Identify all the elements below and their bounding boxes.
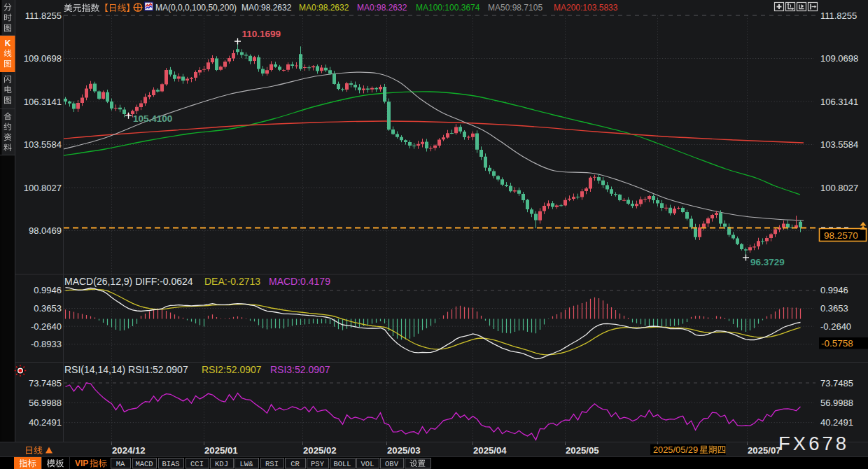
svg-text:0.3653: 0.3653 (820, 303, 848, 314)
svg-text:96.3729: 96.3729 (750, 257, 785, 267)
svg-text:PSY: PSY (311, 460, 325, 468)
svg-text:K: K (5, 38, 11, 48)
svg-text:109.0698: 109.0698 (820, 53, 858, 64)
svg-text:BOLL: BOLL (333, 460, 351, 468)
svg-text:DEA:-0.2713: DEA:-0.2713 (204, 276, 260, 287)
svg-text:BIAS: BIAS (162, 460, 179, 468)
svg-text:-0.5758: -0.5758 (821, 338, 853, 349)
svg-text:-0.8933: -0.8933 (31, 339, 62, 349)
svg-text:109.0698: 109.0698 (24, 53, 62, 64)
svg-text:2024/12: 2024/12 (112, 445, 146, 456)
svg-text:MA0:98.2632: MA0:98.2632 (357, 3, 407, 13)
svg-text:RSI: RSI (265, 460, 279, 468)
svg-text:MA100:100.3674: MA100:100.3674 (416, 3, 480, 13)
svg-text:MACD(26,12,9) DIFF:-0.0624: MACD(26,12,9) DIFF:-0.0624 (64, 276, 193, 287)
svg-text:MA50:98.7105: MA50:98.7105 (488, 3, 542, 13)
svg-text:98.2570: 98.2570 (824, 230, 858, 241)
svg-text:VIP: VIP (75, 458, 88, 468)
svg-text:2025/03: 2025/03 (387, 445, 421, 456)
svg-text:0.3653: 0.3653 (34, 303, 62, 314)
svg-text:2025/07: 2025/07 (748, 445, 781, 456)
svg-text:110.1699: 110.1699 (242, 29, 281, 39)
svg-text:-0.2640: -0.2640 (31, 321, 62, 332)
svg-text:FX678: FX678 (778, 433, 849, 454)
svg-text:2025/01: 2025/01 (204, 445, 238, 456)
svg-text:MACD: MACD (135, 460, 153, 468)
svg-text:MA0:98.2632: MA0:98.2632 (241, 3, 292, 13)
svg-text:105.4100: 105.4100 (133, 113, 172, 124)
svg-text:103.5584: 103.5584 (24, 139, 62, 150)
svg-text:RSI2:52.0907: RSI2:52.0907 (202, 364, 262, 375)
svg-text:111.8255: 111.8255 (820, 10, 857, 21)
svg-text:100.8027: 100.8027 (24, 183, 62, 193)
svg-text:106.3141: 106.3141 (820, 97, 858, 107)
svg-text:73.7485: 73.7485 (29, 378, 62, 388)
svg-text:100.8027: 100.8027 (820, 183, 858, 193)
svg-text:111.8255: 111.8255 (25, 10, 62, 21)
svg-text:2025/02: 2025/02 (303, 445, 337, 456)
svg-text:56.9988: 56.9988 (820, 398, 853, 408)
svg-text:40.2491: 40.2491 (820, 417, 853, 428)
svg-text:OBV: OBV (385, 460, 399, 468)
svg-text:40.2491: 40.2491 (29, 417, 62, 428)
svg-text:CCI: CCI (190, 460, 204, 468)
svg-text:LW&: LW& (240, 460, 254, 468)
svg-text:KDJ: KDJ (215, 460, 228, 468)
svg-text:MA(0,0,0,100,50,200): MA(0,0,0,100,50,200) (155, 3, 237, 13)
svg-text:-0.2640: -0.2640 (820, 321, 851, 332)
svg-text:MA200:103.5833: MA200:103.5833 (554, 3, 618, 13)
svg-text:2025/05: 2025/05 (566, 445, 599, 456)
svg-text:56.9988: 56.9988 (29, 398, 62, 408)
svg-text:RSI3:52.0907: RSI3:52.0907 (270, 364, 330, 375)
svg-text:0.9946: 0.9946 (820, 285, 848, 295)
svg-text:MACD:0.4179: MACD:0.4179 (269, 276, 330, 287)
svg-text:2025/05/29: 2025/05/29 (653, 444, 698, 455)
svg-text:98.0469: 98.0469 (29, 225, 62, 236)
svg-text:CR: CR (290, 460, 300, 468)
svg-text:106.3141: 106.3141 (24, 97, 62, 107)
svg-text:VOL: VOL (361, 460, 374, 468)
svg-text:0.9946: 0.9946 (34, 285, 62, 295)
svg-text:MA0:98.2632: MA0:98.2632 (299, 3, 349, 13)
svg-text:103.5584: 103.5584 (820, 139, 858, 150)
svg-text:2025/04: 2025/04 (473, 445, 507, 456)
svg-text:RSI(14,14,14) RSI1:52.0907: RSI(14,14,14) RSI1:52.0907 (64, 364, 188, 375)
svg-text:MA: MA (116, 460, 125, 468)
svg-text:73.7485: 73.7485 (820, 378, 853, 388)
